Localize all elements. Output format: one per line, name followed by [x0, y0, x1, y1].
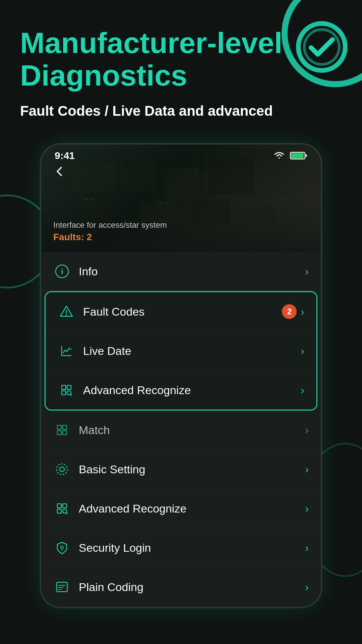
svg-rect-34 [57, 425, 61, 429]
subtitle: Fault Codes / Live Data and advanced [20, 102, 342, 120]
main-title: Manufacturer-level Diagnostics [20, 27, 342, 92]
menu-item-match[interactable]: Match › [41, 411, 321, 450]
menu-label-fault-codes: Fault Codes [83, 305, 282, 318]
svg-rect-42 [57, 509, 61, 513]
menu-item-basic-setting[interactable]: Basic Setting › [41, 450, 321, 489]
svg-point-39 [57, 464, 67, 475]
chevron-icon: › [305, 542, 309, 554]
menu-item-info[interactable]: i Info › [41, 252, 321, 291]
header-section: Manufacturer-level Diagnostics Fault Cod… [0, 0, 362, 130]
phone-mockup: 9:41 [40, 144, 322, 608]
back-button[interactable] [50, 161, 70, 181]
svg-rect-16 [90, 198, 95, 200]
hero-image: 9:41 [41, 145, 321, 252]
svg-rect-2 [74, 165, 114, 192]
scan-icon-2 [53, 500, 71, 517]
menu-label-basic-setting: Basic Setting [79, 463, 305, 476]
highlight-group: Fault Codes 2 › Live Date › [45, 291, 317, 411]
menu-label-match: Match [79, 424, 305, 437]
svg-rect-31 [62, 391, 66, 395]
svg-point-38 [60, 467, 64, 472]
menu-label-info: Info [79, 265, 305, 278]
chart-icon [58, 342, 75, 360]
svg-rect-4 [168, 168, 197, 198]
svg-rect-30 [67, 385, 71, 389]
svg-line-44 [66, 513, 68, 514]
status-time: 9:41 [55, 150, 75, 161]
menu-item-security-login[interactable]: Security Login › [41, 528, 321, 568]
svg-line-33 [71, 394, 72, 396]
menu-item-advanced-recognize-2[interactable]: Advanced Recognize › [41, 489, 321, 528]
coding-icon [53, 578, 71, 596]
hero-text: Interface for access/star system Faults:… [53, 220, 167, 243]
wifi-icon [273, 151, 285, 160]
battery-icon [290, 151, 307, 160]
security-icon [53, 539, 71, 556]
svg-text:i: i [61, 267, 63, 276]
menu-label-advanced-recognize: Advanced Recognize [83, 384, 301, 397]
svg-rect-19 [281, 198, 285, 200]
menu-item-live-date[interactable]: Live Date › [46, 331, 316, 371]
hero-interface-text: Interface for access/star system [53, 220, 167, 230]
menu-label-advanced-recognize-2: Advanced Recognize [79, 502, 305, 515]
menu-label-live-date: Live Date [83, 344, 301, 358]
scan-icon [58, 381, 75, 399]
status-bar: 9:41 [41, 145, 321, 164]
svg-rect-22 [305, 154, 307, 157]
menu-label-plain-coding: Plain Coding [79, 581, 305, 594]
menu-list: i Info › Fault Codes [41, 252, 321, 607]
menu-item-advanced-recognize[interactable]: Advanced Recognize › [46, 371, 316, 410]
svg-point-26 [66, 314, 67, 316]
svg-rect-37 [63, 431, 67, 435]
chevron-icon: › [305, 502, 309, 515]
chevron-icon: › [305, 463, 309, 476]
svg-rect-29 [62, 385, 66, 389]
chevron-icon: › [301, 306, 304, 318]
svg-rect-15 [84, 198, 88, 200]
menu-label-security-login: Security Login [79, 541, 305, 554]
chevron-icon: › [301, 384, 304, 396]
svg-rect-6 [261, 165, 287, 189]
hero-faults-text: Faults: 2 [53, 232, 167, 243]
info-icon: i [53, 263, 71, 280]
chevron-icon: › [305, 265, 309, 278]
chevron-icon: › [305, 581, 309, 593]
svg-rect-35 [63, 425, 67, 429]
settings-icon [53, 461, 71, 478]
match-icon [53, 421, 71, 439]
svg-point-45 [61, 546, 63, 549]
menu-item-fault-codes[interactable]: Fault Codes 2 › [46, 292, 316, 331]
menu-item-plain-coding[interactable]: Plain Coding › [41, 568, 321, 607]
svg-rect-36 [57, 431, 61, 435]
svg-rect-41 [63, 504, 67, 508]
fault-badge: 2 [282, 304, 297, 319]
svg-rect-40 [57, 504, 61, 508]
chevron-icon: › [301, 345, 304, 357]
chevron-icon: › [305, 424, 309, 436]
status-icons [273, 151, 307, 160]
alert-icon [58, 303, 75, 320]
svg-rect-21 [291, 153, 304, 158]
